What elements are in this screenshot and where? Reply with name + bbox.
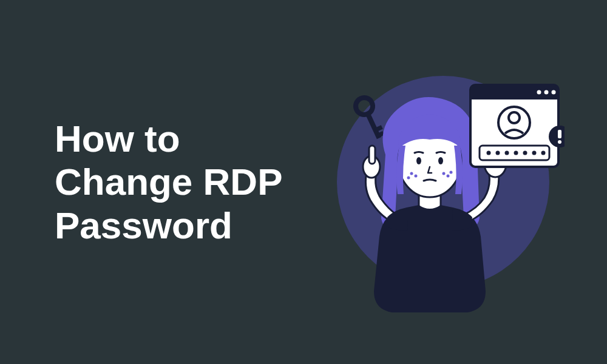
svg-point-32 bbox=[541, 151, 546, 155]
svg-point-10 bbox=[443, 172, 446, 175]
svg-rect-34 bbox=[558, 130, 561, 138]
svg-point-6 bbox=[438, 157, 443, 164]
svg-point-26 bbox=[487, 151, 491, 155]
svg-point-12 bbox=[450, 171, 453, 174]
svg-point-29 bbox=[514, 151, 518, 155]
svg-point-31 bbox=[532, 151, 537, 155]
svg-point-5 bbox=[416, 157, 421, 164]
page-title: How to Change RDP Password bbox=[55, 117, 297, 247]
svg-point-7 bbox=[410, 172, 413, 175]
svg-point-22 bbox=[537, 90, 541, 95]
svg-point-35 bbox=[558, 140, 561, 144]
svg-point-30 bbox=[523, 151, 527, 155]
svg-rect-21 bbox=[470, 95, 558, 99]
svg-point-11 bbox=[447, 175, 450, 178]
hero-illustration bbox=[297, 49, 565, 315]
svg-point-27 bbox=[496, 151, 500, 155]
svg-point-28 bbox=[505, 151, 509, 155]
svg-rect-14 bbox=[369, 146, 375, 164]
svg-point-9 bbox=[407, 177, 410, 180]
svg-point-8 bbox=[415, 175, 418, 178]
login-window-icon bbox=[470, 85, 558, 167]
svg-point-23 bbox=[544, 90, 549, 95]
svg-point-24 bbox=[552, 90, 556, 95]
